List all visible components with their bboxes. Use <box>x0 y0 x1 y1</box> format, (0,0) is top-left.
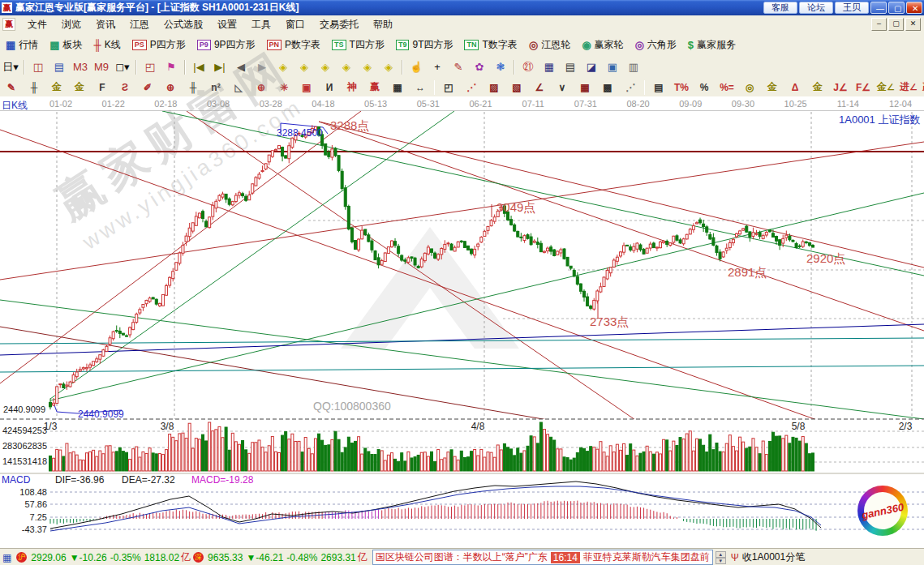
mdi-close-button[interactable]: ✕ <box>905 18 921 31</box>
customer-service-button[interactable]: 客服 <box>763 2 797 14</box>
angle2-icon[interactable]: ∠ <box>528 80 551 95</box>
minichart3-icon[interactable]: M3 <box>70 58 91 75</box>
target1-icon[interactable]: ⊕ <box>250 80 273 95</box>
menu-formula[interactable]: 公式选股 <box>157 15 210 34</box>
menu-news[interactable]: 资讯 <box>88 15 122 34</box>
9p-sifangxing[interactable]: P99P四方形 <box>191 35 261 54</box>
grid-ticks-icon[interactable]: ╫ <box>23 80 45 95</box>
jin-angle-icon[interactable]: 进∠ <box>897 80 920 95</box>
bankuai[interactable]: ▩板块 <box>44 35 88 54</box>
pattern-icon[interactable]: ◫ <box>28 58 49 75</box>
gold-angle-icon[interactable]: 金∠ <box>875 80 897 95</box>
pencil-icon[interactable]: ✎ <box>0 80 23 95</box>
user-account-button[interactable]: 王贝 <box>835 2 869 14</box>
j-angle-icon[interactable]: J∠ <box>829 80 852 95</box>
9t-sifangxing[interactable]: T99T四方形 <box>390 35 459 54</box>
delta-icon[interactable]: Δ <box>784 80 806 95</box>
info-panel-icon[interactable]: ▤ <box>49 58 70 75</box>
menu-tools[interactable]: 工具 <box>244 15 278 34</box>
kxian[interactable]: ╫K线 <box>88 35 127 54</box>
ticks2-icon[interactable]: ╫ <box>182 80 204 95</box>
nav-prev-icon[interactable]: ◀ <box>230 58 251 75</box>
gold3-icon[interactable]: 金 <box>761 80 784 95</box>
grid3-icon[interactable]: ▦ <box>386 80 409 95</box>
t-sifangxing[interactable]: TST四方形 <box>326 35 390 54</box>
ticker-spinner[interactable]: ▲▼ <box>716 551 726 564</box>
flag-icon[interactable]: ⚑ <box>161 58 182 75</box>
gann-diamond1-icon[interactable]: ◈ <box>273 58 294 75</box>
maximize-button[interactable]: ▢ <box>888 2 905 14</box>
nav-first-icon[interactable]: |◀ <box>188 58 209 75</box>
gold4-icon[interactable]: 金 <box>806 80 829 95</box>
s-tool-icon[interactable]: Ƨ <box>114 80 136 95</box>
menu-window[interactable]: 窗口 <box>278 15 312 34</box>
gold2-icon[interactable]: 金 <box>68 80 91 95</box>
gold1-icon[interactable]: 金 <box>45 80 68 95</box>
yingjiafuwu[interactable]: $赢家服务 <box>682 35 741 54</box>
fan-icon[interactable]: ⋰ <box>460 80 483 95</box>
angle-ruler-icon[interactable]: ◺ <box>227 80 250 95</box>
calendar-icon[interactable]: ㉑ <box>518 58 539 75</box>
mdi-restore-button[interactable]: ▢ <box>888 18 904 31</box>
n2-icon[interactable]: n² <box>204 80 227 95</box>
forum-button[interactable]: 论坛 <box>799 2 833 14</box>
p-shuzibiao[interactable]: PNP数字表 <box>261 35 327 54</box>
slash-icon[interactable]: ⋰ <box>619 80 642 95</box>
pen2-icon[interactable]: ✐ <box>136 80 159 95</box>
f-tool-icon[interactable]: F <box>91 80 114 95</box>
gann-diamond6-icon[interactable]: ◈ <box>378 58 399 75</box>
export-icon[interactable]: ▣ <box>602 58 623 75</box>
pcteq-icon[interactable]: %= <box>716 80 738 95</box>
grid5-icon[interactable]: ▩ <box>596 80 619 95</box>
frame-icon[interactable]: ◰ <box>437 80 460 95</box>
wave-icon[interactable]: И <box>318 80 341 95</box>
track-icon[interactable]: ◰ <box>140 58 161 75</box>
notes-icon[interactable]: ▤ <box>560 58 581 75</box>
target3-icon[interactable]: ▣ <box>295 80 318 95</box>
f-angle-icon[interactable]: F∠ <box>852 80 875 95</box>
menu-browse[interactable]: 浏览 <box>54 15 88 34</box>
pct-icon[interactable]: % <box>693 80 716 95</box>
gann-diamond4-icon[interactable]: ◈ <box>336 58 357 75</box>
ying-icon[interactable]: 赢 <box>363 80 386 95</box>
minimize-button[interactable]: — <box>870 2 887 14</box>
hangqing[interactable]: ▦行情 <box>0 35 44 54</box>
gann-diamond2-icon[interactable]: ◈ <box>294 58 315 75</box>
crosshair-tool-icon[interactable]: + <box>427 58 448 75</box>
menu-gann[interactable]: 江恩 <box>122 15 157 34</box>
gann-shape-icon[interactable]: ✿ <box>469 58 490 75</box>
gann-diamond3-icon[interactable]: ◈ <box>315 58 336 75</box>
print-icon[interactable]: ▥ <box>623 58 644 75</box>
ying-angle-icon[interactable]: 赢∠ <box>920 80 924 95</box>
liujiaoxing[interactable]: ◎六角形 <box>630 35 682 54</box>
menu-help[interactable]: 帮助 <box>366 15 400 34</box>
gann-diamond5-icon[interactable]: ◈ <box>357 58 378 75</box>
gold-circle-icon[interactable]: ◎ <box>738 80 761 95</box>
menu-trade[interactable]: 交易委托 <box>312 15 366 34</box>
mdi-minimize-button[interactable]: – <box>871 18 887 31</box>
menu-file[interactable]: 文件 <box>20 15 54 34</box>
grid4-icon[interactable]: ▦ <box>574 80 596 95</box>
vee-icon[interactable]: ∨ <box>551 80 574 95</box>
period-selector[interactable]: 日▾ <box>0 58 21 75</box>
news-ticker[interactable]: 国区块链公司图谱：半数以上“落户”广东 16:14 菲亚特克莱斯勒汽车集团盘前 <box>372 550 713 565</box>
compass-icon[interactable]: ⊕ <box>159 80 182 95</box>
calculator-icon[interactable]: ▦ <box>539 58 560 75</box>
hand-tool-icon[interactable]: ☝ <box>406 58 427 75</box>
close-button[interactable]: ✕ <box>906 2 922 14</box>
save-icon[interactable]: ◪ <box>581 58 602 75</box>
p-sifangxing[interactable]: PSP四方形 <box>127 35 191 54</box>
brain-icon[interactable]: ❃ <box>490 58 511 75</box>
menu-settings[interactable]: 设置 <box>210 15 244 34</box>
tpct-icon[interactable]: T% <box>670 80 693 95</box>
t-shuzibiao[interactable]: TNT数字表 <box>458 35 522 54</box>
minichart9-icon[interactable]: M9 <box>91 58 112 75</box>
shade1-icon[interactable]: ▨ <box>483 80 505 95</box>
draw-tool-icon[interactable]: ✎ <box>448 58 469 75</box>
shade2-icon[interactable]: ▧ <box>505 80 528 95</box>
target2-icon[interactable]: ✳ <box>273 80 295 95</box>
quote-grid-icon[interactable]: ▦ <box>2 552 11 563</box>
list-icon[interactable]: ▤ <box>647 80 670 95</box>
jiangenlun[interactable]: ◎江恩轮 <box>523 35 576 54</box>
shen-icon[interactable]: 神 <box>341 80 363 95</box>
